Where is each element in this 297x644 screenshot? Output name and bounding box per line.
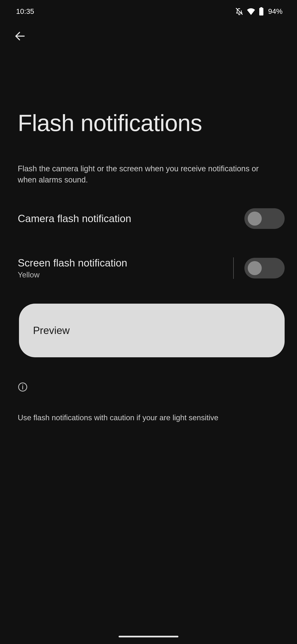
back-button[interactable] bbox=[13, 29, 27, 43]
toggle-knob bbox=[248, 261, 262, 275]
battery-percentage: 94% bbox=[268, 7, 283, 16]
app-bar bbox=[0, 23, 297, 50]
page-title: Flash notifications bbox=[0, 50, 297, 136]
screen-flash-label: Screen flash notification bbox=[18, 257, 127, 269]
camera-flash-toggle[interactable] bbox=[244, 208, 285, 229]
info-icon bbox=[18, 382, 279, 393]
dnd-off-icon bbox=[235, 7, 243, 16]
status-bar: 10:35 94% bbox=[0, 0, 297, 23]
battery-icon bbox=[259, 7, 264, 16]
page-description: Flash the camera light or the screen whe… bbox=[0, 136, 297, 186]
toggle-knob bbox=[248, 212, 262, 226]
arrow-left-icon bbox=[14, 30, 25, 42]
preview-button-label: Preview bbox=[33, 324, 70, 336]
svg-rect-1 bbox=[259, 8, 263, 16]
row-divider bbox=[233, 258, 234, 279]
screen-flash-row[interactable]: Screen flash notification Yellow bbox=[0, 244, 297, 292]
svg-point-6 bbox=[22, 384, 23, 385]
caution-text: Use flash notifications with caution if … bbox=[18, 414, 279, 422]
preview-button[interactable]: Preview bbox=[19, 304, 285, 357]
wifi-icon bbox=[247, 8, 255, 15]
screen-flash-toggle[interactable] bbox=[244, 258, 285, 278]
screen-flash-sub: Yellow bbox=[18, 270, 127, 279]
status-time: 10:35 bbox=[16, 7, 34, 16]
camera-flash-row[interactable]: Camera flash notification bbox=[0, 196, 297, 242]
nav-handle[interactable] bbox=[119, 636, 178, 638]
status-icons: 94% bbox=[235, 7, 283, 16]
svg-rect-2 bbox=[260, 7, 262, 8]
camera-flash-label: Camera flash notification bbox=[18, 212, 131, 224]
caution-block: Use flash notifications with caution if … bbox=[0, 357, 297, 422]
